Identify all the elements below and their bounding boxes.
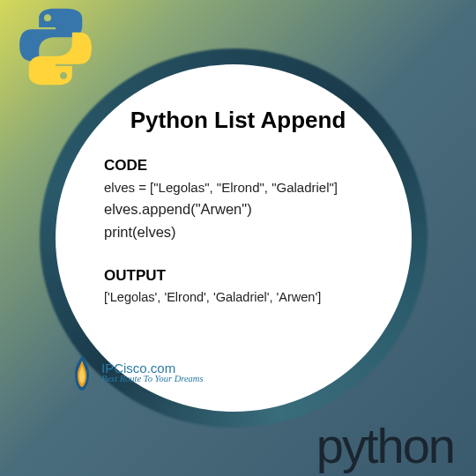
content-circle: Python List Append CODE elves = ["Legola…: [48, 57, 419, 419]
python-footer-text: python: [316, 417, 454, 474]
output-line-1: ['Legolas', 'Elrond', 'Galadriel', 'Arwe…: [104, 288, 372, 306]
output-section-label: OUTPUT: [104, 267, 372, 285]
code-line-1: elves = ["Legolas", "Elrond", "Galadriel…: [104, 178, 372, 197]
ipcisco-site-name: IPCisco.com: [101, 361, 204, 375]
ipcisco-logo: IPCisco.com Best Route To Your Dreams: [66, 352, 204, 394]
ipcisco-tagline: Best Route To Your Dreams: [101, 375, 204, 384]
ipcisco-text: IPCisco.com Best Route To Your Dreams: [101, 361, 204, 384]
flame-icon: [66, 352, 98, 394]
code-line-2: elves.append("Arwen"): [104, 199, 372, 219]
content-area: Python List Append CODE elves = ["Legola…: [56, 64, 412, 412]
code-section-label: CODE: [104, 157, 372, 175]
page-title: Python List Append: [104, 107, 372, 134]
code-line-3: print(elves): [104, 222, 372, 242]
